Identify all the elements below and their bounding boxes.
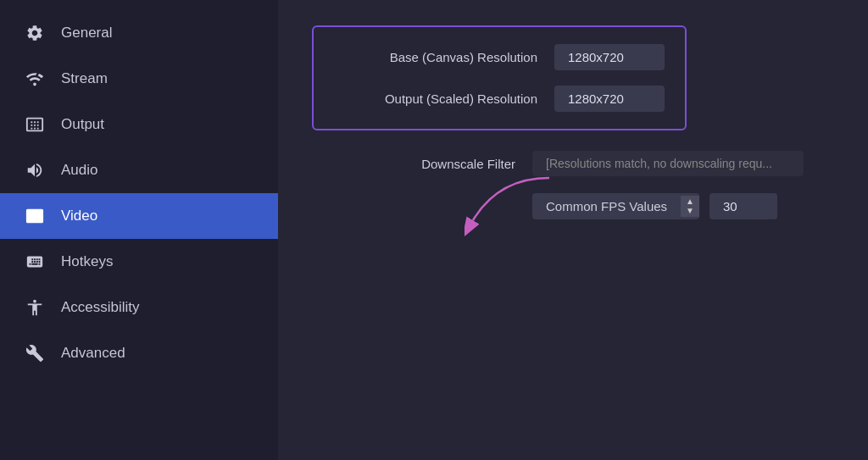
fps-row: Common FPS Values ▲ ▼ 30 xyxy=(312,193,834,219)
stream-icon xyxy=(24,68,46,90)
sidebar-item-advanced[interactable]: Advanced xyxy=(0,330,278,376)
fps-spinners[interactable]: ▲ ▼ xyxy=(681,196,699,217)
gear-icon xyxy=(24,22,46,44)
fps-value-input[interactable]: 30 xyxy=(709,193,777,219)
sidebar-item-accessibility[interactable]: Accessibility xyxy=(0,285,278,330)
base-resolution-row: Base (Canvas) Resolution 1280x720 xyxy=(334,44,665,70)
sidebar-output-label: Output xyxy=(61,116,104,133)
sidebar-stream-label: Stream xyxy=(61,70,108,87)
sidebar-item-general[interactable]: General xyxy=(0,10,278,56)
fps-select-label: Common FPS Values xyxy=(532,193,681,219)
output-resolution-input[interactable]: 1280x720 xyxy=(554,86,665,112)
audio-icon xyxy=(24,159,46,181)
fps-select-wrapper[interactable]: Common FPS Values ▲ ▼ xyxy=(532,193,699,219)
sidebar-item-video[interactable]: Video xyxy=(0,193,278,239)
sidebar-advanced-label: Advanced xyxy=(61,345,125,362)
sidebar-general-label: General xyxy=(61,25,112,42)
sidebar: General Stream Output Audio xyxy=(0,0,278,460)
fps-down-button[interactable]: ▼ xyxy=(686,207,694,215)
video-settings: Base (Canvas) Resolution 1280x720 Output… xyxy=(312,25,834,219)
video-icon xyxy=(24,205,46,227)
fps-up-button[interactable]: ▲ xyxy=(686,197,694,206)
sidebar-item-audio[interactable]: Audio xyxy=(0,147,278,193)
advanced-icon xyxy=(24,342,46,364)
base-resolution-label: Base (Canvas) Resolution xyxy=(334,50,554,64)
downscale-filter-label: Downscale Filter xyxy=(312,157,532,171)
sidebar-hotkeys-label: Hotkeys xyxy=(61,253,113,270)
downscale-filter-input[interactable]: [Resolutions match, no downscaling requ.… xyxy=(532,151,804,176)
sidebar-accessibility-label: Accessibility xyxy=(61,299,140,316)
svg-rect-1 xyxy=(27,210,42,223)
main-content: Base (Canvas) Resolution 1280x720 Output… xyxy=(278,0,868,460)
sidebar-item-hotkeys[interactable]: Hotkeys xyxy=(0,239,278,285)
sidebar-item-stream[interactable]: Stream xyxy=(0,56,278,102)
resolution-box: Base (Canvas) Resolution 1280x720 Output… xyxy=(312,25,687,130)
accessibility-icon xyxy=(24,297,46,319)
hotkeys-icon xyxy=(24,251,46,273)
base-resolution-input[interactable]: 1280x720 xyxy=(554,44,665,70)
output-icon xyxy=(24,114,46,136)
sidebar-item-output[interactable]: Output xyxy=(0,102,278,147)
sidebar-video-label: Video xyxy=(61,208,97,224)
downscale-filter-row: Downscale Filter [Resolutions match, no … xyxy=(312,151,834,176)
sidebar-audio-label: Audio xyxy=(61,162,97,179)
output-resolution-label: Output (Scaled) Resolution xyxy=(334,91,554,106)
output-resolution-row: Output (Scaled) Resolution 1280x720 xyxy=(334,86,665,112)
